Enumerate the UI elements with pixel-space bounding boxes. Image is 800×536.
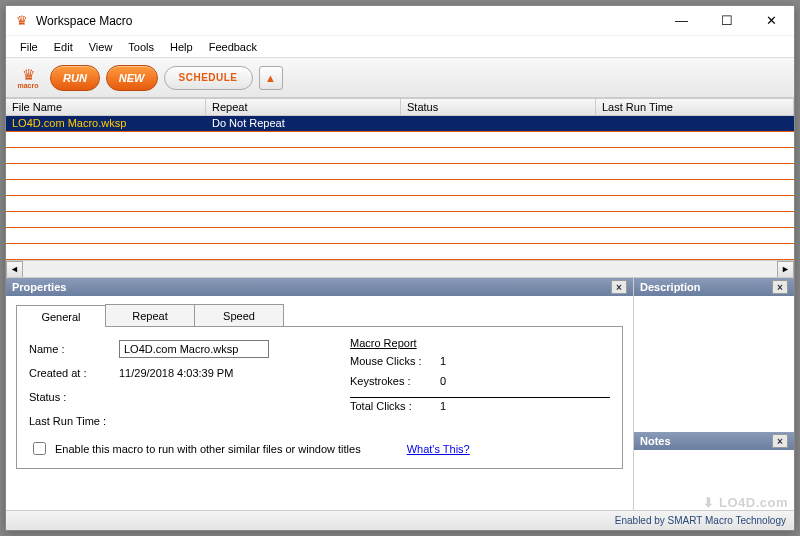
report-title: Macro Report (350, 337, 610, 349)
triangle-up-icon: ▲ (265, 72, 276, 84)
maximize-button[interactable]: ☐ (704, 6, 749, 35)
enable-similar-label: Enable this macro to run with other simi… (55, 443, 361, 455)
scroll-right-button[interactable]: ► (777, 261, 794, 278)
tab-repeat[interactable]: Repeat (105, 304, 195, 326)
description-header: Description × (634, 278, 794, 296)
total-clicks-label: Total Clicks : (350, 400, 440, 417)
main-window: ♛ Workspace Macro — ☐ ✕ File Edit View T… (5, 5, 795, 531)
description-title: Description (640, 281, 701, 293)
keystrokes-value: 0 (440, 375, 446, 395)
mouse-clicks-value: 1 (440, 355, 446, 375)
new-button[interactable]: NEW (106, 65, 158, 91)
description-close-button[interactable]: × (772, 280, 788, 294)
properties-panel: Properties × General Repeat Speed Name : (6, 278, 634, 510)
close-button[interactable]: ✕ (749, 6, 794, 35)
toolbar: ♛ macro RUN NEW SCHEDULE ▲ (6, 58, 794, 98)
table-row[interactable] (6, 180, 794, 196)
table-row[interactable] (6, 212, 794, 228)
menu-tools[interactable]: Tools (120, 38, 162, 56)
menu-help[interactable]: Help (162, 38, 201, 56)
name-label: Name : (29, 343, 119, 355)
window-controls: — ☐ ✕ (659, 6, 794, 35)
properties-header: Properties × (6, 278, 633, 296)
created-value: 11/29/2018 4:03:39 PM (119, 367, 233, 379)
table-row[interactable] (6, 148, 794, 164)
header-repeat[interactable]: Repeat (206, 99, 401, 115)
lastrun-label: Last Run Time : (29, 415, 119, 427)
schedule-button[interactable]: SCHEDULE (164, 66, 253, 90)
tab-content-general: Name : Created at : 11/29/2018 4:03:39 P… (16, 326, 623, 469)
mouse-clicks-label: Mouse Clicks : (350, 355, 440, 375)
titlebar: ♛ Workspace Macro — ☐ ✕ (6, 6, 794, 36)
tab-general[interactable]: General (16, 305, 106, 327)
menu-edit[interactable]: Edit (46, 38, 81, 56)
minimize-button[interactable]: — (659, 6, 704, 35)
header-lastrun[interactable]: Last Run Time (596, 99, 794, 115)
notes-title: Notes (640, 435, 671, 447)
scroll-left-button[interactable]: ◄ (6, 261, 23, 278)
header-status[interactable]: Status (401, 99, 596, 115)
lower-panels: Properties × General Repeat Speed Name : (6, 277, 794, 510)
cell-filename: LO4D.com Macro.wksp (6, 116, 206, 131)
horizontal-scrollbar[interactable]: ◄ ► (6, 260, 794, 277)
app-icon: ♛ (14, 13, 30, 29)
enable-similar-checkbox[interactable] (33, 442, 46, 455)
menubar: File Edit View Tools Help Feedback (6, 36, 794, 58)
run-button[interactable]: RUN (50, 65, 100, 91)
table-row[interactable] (6, 244, 794, 260)
table-row[interactable] (6, 196, 794, 212)
table-row[interactable] (6, 132, 794, 148)
status-label: Status : (29, 391, 119, 403)
grid-body[interactable]: LO4D.com Macro.wksp Do Not Repeat (6, 116, 794, 260)
description-body[interactable] (634, 296, 794, 432)
properties-tabs: General Repeat Speed (16, 304, 623, 326)
header-filename[interactable]: File Name (6, 99, 206, 115)
name-input[interactable] (119, 340, 269, 358)
properties-body: General Repeat Speed Name : Created at : (6, 296, 633, 510)
menu-file[interactable]: File (12, 38, 46, 56)
table-row[interactable]: LO4D.com Macro.wksp Do Not Repeat (6, 116, 794, 132)
statusbar-text: Enabled by SMART Macro Technology (615, 515, 786, 526)
cell-lastrun (596, 116, 794, 131)
window-title: Workspace Macro (36, 14, 659, 28)
whats-this-link[interactable]: What's This? (407, 443, 470, 455)
cell-status (401, 116, 596, 131)
cell-repeat: Do Not Repeat (206, 116, 401, 131)
macro-grid: File Name Repeat Status Last Run Time LO… (6, 98, 794, 277)
keystrokes-label: Keystrokes : (350, 375, 440, 395)
notes-close-button[interactable]: × (772, 434, 788, 448)
right-panels: Description × Notes × (634, 278, 794, 510)
table-row[interactable] (6, 228, 794, 244)
created-label: Created at : (29, 367, 119, 379)
table-row[interactable] (6, 164, 794, 180)
menu-view[interactable]: View (81, 38, 121, 56)
crown-icon: ♛ (22, 67, 35, 82)
tab-speed[interactable]: Speed (194, 304, 284, 326)
properties-close-button[interactable]: × (611, 280, 627, 294)
notes-body[interactable] (634, 450, 794, 510)
collapse-button[interactable]: ▲ (259, 66, 283, 90)
grid-header: File Name Repeat Status Last Run Time (6, 98, 794, 116)
statusbar: Enabled by SMART Macro Technology (6, 510, 794, 530)
properties-title: Properties (12, 281, 66, 293)
scroll-track[interactable] (23, 261, 777, 278)
total-clicks-value: 1 (440, 400, 446, 417)
menu-feedback[interactable]: Feedback (201, 38, 265, 56)
notes-header: Notes × (634, 432, 794, 450)
notes-panel: Notes × (634, 432, 794, 510)
logo-text: macro (17, 82, 38, 89)
logo-button[interactable]: ♛ macro (12, 62, 44, 94)
